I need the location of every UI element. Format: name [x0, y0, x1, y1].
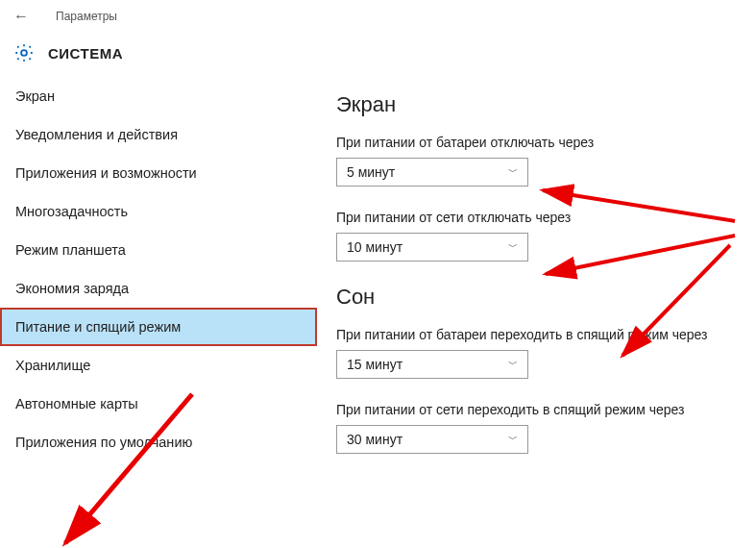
chevron-down-icon: ﹀: [508, 358, 518, 371]
dropdown-value: 30 минут: [347, 432, 402, 447]
sidebar-item-screen[interactable]: Экран: [0, 77, 317, 115]
page-title: СИСТЕМА: [48, 45, 123, 62]
dropdown-value: 5 минут: [347, 164, 395, 180]
section-heading-sleep: Сон: [336, 285, 737, 310]
chevron-down-icon: ﹀: [508, 165, 518, 179]
header: СИСТЕМА: [0, 33, 756, 77]
sidebar-item-power-sleep[interactable]: Питание и спящий режим: [0, 308, 317, 346]
sidebar-item-apps-features[interactable]: Приложения и возможности: [0, 154, 317, 192]
screen-plugged-label: При питании от сети отключать через: [336, 210, 737, 225]
sidebar-item-label: Приложения и возможности: [15, 165, 197, 181]
screen-plugged-dropdown[interactable]: 10 минут ﹀: [336, 233, 528, 262]
sidebar-item-tablet-mode[interactable]: Режим планшета: [0, 231, 317, 269]
sleep-battery-label: При питании от батареи переходить в спящ…: [336, 327, 737, 342]
sidebar-item-label: Хранилище: [15, 358, 90, 373]
sidebar-item-label: Автономные карты: [15, 396, 138, 411]
gear-icon: [13, 42, 35, 63]
sidebar-item-default-apps[interactable]: Приложения по умолчанию: [0, 423, 317, 461]
chevron-down-icon: ﹀: [508, 433, 518, 446]
sidebar: Экран Уведомления и действия Приложения …: [0, 77, 317, 477]
titlebar: ← Параметры: [0, 0, 756, 33]
dropdown-value: 15 минут: [347, 357, 402, 372]
sleep-plugged-dropdown[interactable]: 30 минут ﹀: [336, 425, 528, 454]
sidebar-item-label: Режим планшета: [15, 242, 126, 258]
sidebar-item-notifications[interactable]: Уведомления и действия: [0, 115, 317, 154]
screen-battery-dropdown[interactable]: 5 минут ﹀: [336, 158, 528, 187]
sidebar-item-label: Экономия заряда: [15, 281, 129, 296]
sidebar-item-label: Экран: [15, 88, 55, 104]
sidebar-item-multitasking[interactable]: Многозадачность: [0, 192, 317, 231]
sidebar-item-label: Питание и спящий режим: [15, 319, 181, 335]
sleep-battery-dropdown[interactable]: 15 минут ﹀: [336, 350, 528, 379]
sidebar-item-label: Приложения по умолчанию: [15, 435, 192, 450]
main-panel: Экран При питании от батареи отключать ч…: [317, 77, 756, 477]
titlebar-label: Параметры: [56, 10, 117, 23]
sidebar-item-label: Уведомления и действия: [15, 127, 178, 142]
sidebar-item-offline-maps[interactable]: Автономные карты: [0, 385, 317, 423]
back-arrow-icon[interactable]: ←: [13, 8, 29, 25]
svg-point-0: [21, 50, 27, 56]
dropdown-value: 10 минут: [347, 239, 402, 255]
sidebar-item-label: Многозадачность: [15, 204, 128, 219]
sleep-plugged-label: При питании от сети переходить в спящий …: [336, 402, 737, 417]
sidebar-item-storage[interactable]: Хранилище: [0, 346, 317, 385]
screen-battery-label: При питании от батареи отключать через: [336, 135, 737, 150]
sidebar-item-battery-saver[interactable]: Экономия заряда: [0, 269, 317, 308]
chevron-down-icon: ﹀: [508, 240, 518, 254]
section-heading-screen: Экран: [336, 92, 737, 117]
